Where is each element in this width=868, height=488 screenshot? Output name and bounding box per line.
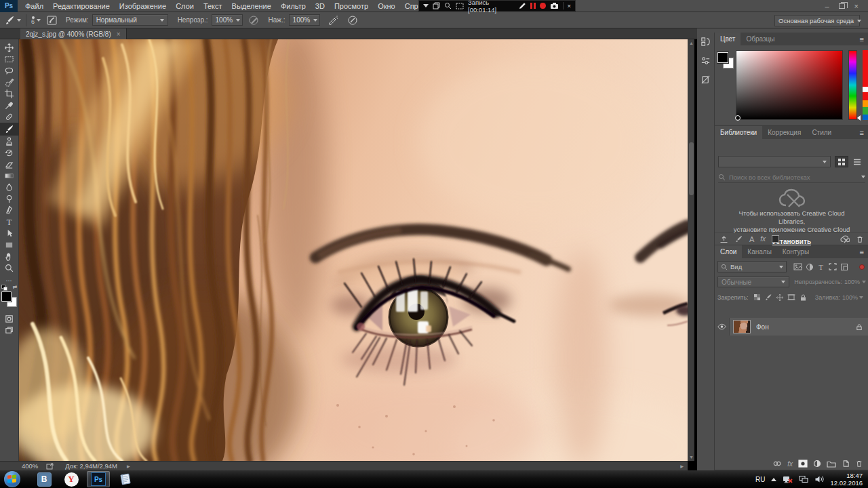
- library-search[interactable]: [718, 171, 865, 183]
- menu-select[interactable]: Выделение: [227, 0, 276, 12]
- recorder-close-icon[interactable]: ×: [567, 2, 571, 9]
- tab-channels[interactable]: Каналы: [742, 245, 777, 258]
- shape-tool[interactable]: [0, 239, 19, 251]
- tab-layers[interactable]: Слои: [715, 245, 742, 258]
- tray-expand-icon[interactable]: [771, 478, 776, 481]
- smoothing-pressure-icon[interactable]: [347, 15, 358, 26]
- recorder-region-icon[interactable]: [456, 3, 464, 9]
- color-foreground-swatch[interactable]: [717, 52, 728, 63]
- tab-styles[interactable]: Стили: [806, 126, 837, 139]
- quick-selection-tool[interactable]: [0, 77, 19, 88]
- layer-name[interactable]: Фон: [756, 323, 769, 331]
- menu-filter[interactable]: Фильтр: [276, 0, 311, 12]
- filter-type-layers-icon[interactable]: T: [815, 262, 827, 272]
- filter-toggle-indicator[interactable]: [859, 264, 865, 270]
- color-panel-menu-icon[interactable]: ≡: [856, 33, 868, 45]
- recorder-magnifier-icon[interactable]: [444, 2, 452, 9]
- color-swatch-control[interactable]: ⇄: [1, 289, 18, 309]
- document-tab[interactable]: 2qjz_s.jpg @ 400% (RGB/8) ×: [20, 28, 127, 39]
- minimize-button[interactable]: –: [825, 2, 829, 10]
- scroll-up-icon[interactable]: ▲: [689, 41, 694, 45]
- tool-preset-picker[interactable]: [4, 15, 21, 26]
- menu-image[interactable]: Изображение: [115, 0, 171, 12]
- scroll-right-icon[interactable]: ▸: [680, 462, 684, 470]
- layers-panel-menu-icon[interactable]: ≡: [856, 245, 868, 258]
- gradient-tool[interactable]: [0, 170, 19, 182]
- zoom-tool[interactable]: [0, 262, 19, 274]
- recorder-pencil-icon[interactable]: [519, 2, 526, 9]
- move-tool[interactable]: [0, 42, 19, 54]
- scroll-down-icon[interactable]: ▼: [689, 455, 694, 460]
- filter-pixel-layers-icon[interactable]: [792, 262, 804, 272]
- airbrush-toggle-icon[interactable]: [327, 15, 339, 26]
- hand-tool[interactable]: [0, 251, 19, 262]
- dock-history-icon[interactable]: [698, 34, 713, 49]
- network-disconnected-icon[interactable]: [783, 475, 793, 484]
- recorder-dropdown-icon[interactable]: [423, 4, 429, 7]
- tab-libraries[interactable]: Библиотеки: [715, 126, 762, 139]
- filter-shape-layers-icon[interactable]: [827, 262, 838, 272]
- layer-style-icon[interactable]: fx: [787, 460, 793, 468]
- close-button[interactable]: ×: [854, 2, 859, 10]
- vertical-scroll-thumb[interactable]: [689, 142, 694, 195]
- color-saturation-field[interactable]: [736, 50, 843, 120]
- lock-all-icon[interactable]: [797, 292, 809, 302]
- default-colors-icon[interactable]: [1, 285, 7, 290]
- display-settings-icon[interactable]: [799, 475, 808, 483]
- add-color-swatch-icon[interactable]: [772, 235, 779, 243]
- add-character-style-icon[interactable]: A: [749, 235, 754, 243]
- lasso-tool[interactable]: [0, 65, 19, 77]
- taskbar-photoshop-app[interactable]: Ps: [87, 471, 110, 487]
- menu-view[interactable]: Просмотр: [330, 0, 373, 12]
- blend-mode-select[interactable]: Нормальный: [92, 14, 168, 26]
- link-layers-icon[interactable]: [772, 460, 782, 467]
- brush-panel-toggle[interactable]: [46, 15, 58, 26]
- hue-slider-marker[interactable]: [857, 115, 861, 121]
- document-tab-close-icon[interactable]: ×: [117, 30, 121, 38]
- tab-color[interactable]: Цвет: [715, 33, 741, 45]
- eraser-tool[interactable]: [0, 159, 19, 170]
- blur-tool[interactable]: [0, 182, 19, 193]
- layer-thumbnail[interactable]: [733, 320, 751, 333]
- recorder-pause-icon[interactable]: [530, 3, 536, 9]
- libraries-panel-menu-icon[interactable]: ≡: [856, 126, 868, 139]
- filter-adjustment-layers-icon[interactable]: [804, 262, 815, 272]
- canvas-vertical-scrollbar[interactable]: ▲ ▼: [688, 39, 694, 461]
- tab-adjustments[interactable]: Коррекция: [762, 126, 806, 139]
- recorder-window-icon[interactable]: [433, 2, 440, 9]
- trash-icon[interactable]: [856, 235, 864, 243]
- lock-artboard-icon[interactable]: [786, 292, 797, 302]
- brush-tool[interactable]: [0, 123, 19, 136]
- eyedropper-tool[interactable]: [0, 100, 19, 111]
- menu-window[interactable]: Окно: [373, 0, 400, 12]
- add-mask-icon[interactable]: [798, 460, 808, 468]
- taskbar-yandex-app[interactable]: Y: [60, 471, 83, 487]
- type-tool[interactable]: T: [0, 216, 19, 228]
- export-icon[interactable]: [46, 463, 54, 470]
- quick-mask-button[interactable]: [0, 313, 19, 325]
- start-button[interactable]: [4, 471, 20, 487]
- cc-sync-icon[interactable]: [840, 235, 850, 243]
- dock-device-preview-icon[interactable]: [698, 72, 713, 87]
- sync-upload-icon[interactable]: [719, 235, 728, 243]
- menu-3d[interactable]: 3D: [311, 0, 330, 12]
- status-expand-icon[interactable]: ▸: [127, 462, 130, 470]
- dock-properties-icon[interactable]: [698, 53, 713, 68]
- opacity-pressure-icon[interactable]: [248, 15, 259, 26]
- hue-slider[interactable]: [848, 50, 857, 120]
- lock-pixels-icon[interactable]: [763, 292, 774, 302]
- healing-brush-tool[interactable]: [0, 111, 19, 123]
- volume-icon[interactable]: [814, 475, 824, 483]
- tab-swatches[interactable]: Образцы: [741, 33, 780, 45]
- add-layer-style-icon[interactable]: fx: [760, 235, 766, 243]
- recorder-stop-icon[interactable]: [540, 3, 545, 9]
- restore-button[interactable]: [839, 3, 845, 9]
- layer-blend-mode-select[interactable]: Обычные: [717, 277, 789, 287]
- path-selection-tool[interactable]: [0, 228, 19, 239]
- pen-tool[interactable]: [0, 205, 19, 216]
- brush-picker[interactable]: 6: [31, 16, 41, 24]
- menu-type[interactable]: Текст: [199, 0, 227, 12]
- menu-edit[interactable]: Редактирование: [48, 0, 115, 12]
- canvas[interactable]: [19, 39, 688, 461]
- crop-tool[interactable]: [0, 88, 19, 100]
